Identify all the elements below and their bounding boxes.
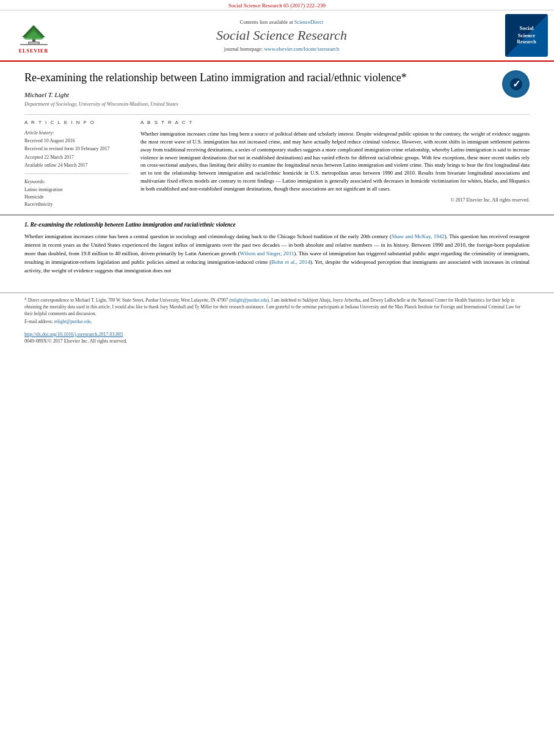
- elsevier-logo-area: ELSEVIER: [6, 14, 61, 57]
- citation-wilson-singer[interactable]: Wilson and Singer, 2011: [240, 250, 294, 256]
- section-1-title: 1. Re-examining the relationship between…: [24, 222, 530, 228]
- divider-keywords: [24, 173, 128, 174]
- keywords-section: Keywords: Latino immigration Homicide Ra…: [24, 173, 128, 208]
- copyright-line: © 2017 Elsevier Inc. All rights reserved…: [140, 197, 530, 203]
- svg-rect-6: [29, 42, 38, 44]
- badge-line1: Social: [519, 25, 533, 32]
- crossmark-icon: ✓: [505, 73, 527, 95]
- journal-citation: Social Science Research 65 (2017) 222–23…: [228, 2, 326, 9]
- keyword-2: Homicide: [24, 194, 128, 201]
- elsevier-logo-box: ELSEVIER: [8, 20, 60, 57]
- keyword-1: Latino immigration: [24, 186, 128, 194]
- elsevier-wordmark: ELSEVIER: [19, 48, 48, 54]
- journal-title-area: Contents lists available at ScienceDirec…: [67, 14, 496, 57]
- journal-homepage-link[interactable]: www.elsevier.com/locate/ssresearch: [264, 46, 339, 52]
- body-section: 1. Re-examining the relationship between…: [0, 214, 554, 286]
- author-name: Michael T. Light: [24, 91, 530, 98]
- revised-date: Received in revised form 10 February 201…: [24, 145, 128, 152]
- doi-link[interactable]: http://dx.doi.org/10.1016/j.ssresearch.2…: [24, 332, 530, 337]
- citation-bohn[interactable]: Bohn et al., 2014: [271, 259, 310, 265]
- article-info-heading: A R T I C L E I N F O: [24, 120, 128, 125]
- article-history-label: Article history:: [24, 130, 128, 136]
- body-paragraph-1: Whether immigration increases crime has …: [24, 233, 530, 275]
- journal-title-heading: Social Science Research: [216, 27, 347, 43]
- divider-1: [24, 114, 530, 115]
- issn-text: 0049-089X/© 2017 Elsevier Inc. All right…: [24, 338, 530, 344]
- journal-top-bar: Social Science Research 65 (2017) 222–23…: [0, 0, 554, 10]
- abstract-heading: A B S T R A C T: [140, 120, 530, 125]
- elsevier-tree-icon: [17, 24, 51, 47]
- page-wrapper: Social Science Research 65 (2017) 222–23…: [0, 0, 554, 756]
- received-date: Received 10 August 2016: [24, 137, 128, 144]
- footnote-star: * Direct correspondence to Michael T. Li…: [24, 297, 530, 318]
- sciencedirect-link[interactable]: ScienceDirect: [294, 19, 324, 25]
- badge-line3: Research: [517, 39, 536, 45]
- two-col-section: A R T I C L E I N F O Article history: R…: [24, 120, 530, 208]
- accepted-date: Accepted 22 March 2017: [24, 154, 128, 161]
- svg-text:✓: ✓: [512, 79, 520, 89]
- badge-line2: Science: [518, 32, 536, 40]
- footnote-email[interactable]: mlight@purdue.edu.: [54, 319, 92, 324]
- abstract-text: Whether immigration increases crime has …: [140, 130, 530, 192]
- article-title-text: Re-examining the relationship between La…: [24, 71, 407, 84]
- online-date: Available online 24 March 2017: [24, 162, 128, 169]
- email-label: E-mail address:: [24, 319, 53, 324]
- footnote-email-link[interactable]: mlight@purdue.edu: [231, 297, 268, 303]
- footnote-section: * Direct correspondence to Michael T. Li…: [0, 293, 554, 329]
- journal-header: ELSEVIER Contents lists available at Sci…: [0, 10, 554, 62]
- crossmark-badge: ✓: [502, 70, 530, 98]
- keyword-3: Race/ethnicity: [24, 201, 128, 208]
- citation-shaw-mckay[interactable]: Shaw and McKay, 1942: [392, 233, 445, 239]
- journal-badge-area: Social Science Research: [502, 14, 548, 57]
- article-content-area: Re-examining the relationship between La…: [0, 62, 554, 214]
- abstract-column: A B S T R A C T Whether immigration incr…: [140, 120, 530, 208]
- article-title-area: Re-examining the relationship between La…: [24, 70, 530, 85]
- social-science-badge: Social Science Research: [505, 14, 548, 57]
- author-affiliation: Department of Sociology, University of W…: [24, 101, 530, 107]
- contents-line: Contents lists available at ScienceDirec…: [240, 19, 324, 25]
- journal-homepage-line: journal homepage: www.elsevier.com/locat…: [224, 46, 339, 52]
- keywords-label: Keywords:: [24, 179, 128, 184]
- article-info-column: A R T I C L E I N F O Article history: R…: [24, 120, 128, 208]
- footnote-email-line: E-mail address: mlight@purdue.edu.: [24, 318, 530, 325]
- doi-section: http://dx.doi.org/10.1016/j.ssresearch.2…: [0, 329, 554, 346]
